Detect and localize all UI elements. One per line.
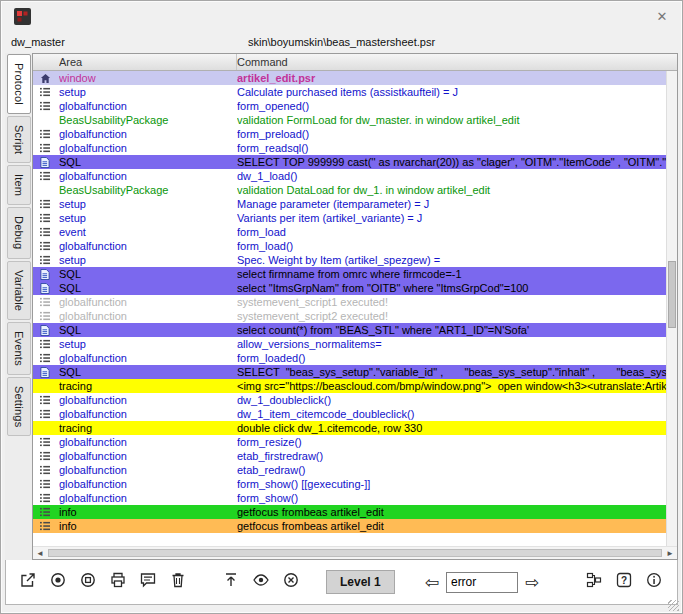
log-row[interactable]: infogetfocus frombeas artikel_edit <box>33 505 666 519</box>
skin-path-label: skin\boyumskin\beas_mastersheet.psr <box>1 36 682 48</box>
record-button[interactable] <box>44 569 71 596</box>
command-column-header[interactable]: Command <box>237 56 677 68</box>
log-row[interactable]: SQLSELECT "beas_sys_setup"."variable_id"… <box>33 365 666 379</box>
sql-icon <box>33 325 59 336</box>
list-icon <box>33 507 59 517</box>
tab-protocol[interactable]: Protocol <box>7 54 31 114</box>
area-cell: globalfunction <box>59 407 237 421</box>
log-row[interactable]: globalfunctionsystemevent_script2 execut… <box>33 309 666 323</box>
area-cell: setup <box>59 337 237 351</box>
log-rows: windowartikel_edit.psrsetupCalculate pur… <box>33 71 666 546</box>
log-row[interactable]: SQLSELECT TOP 999999 cast('' as nvarchar… <box>33 155 666 169</box>
log-row[interactable]: setupallow_versions_normalitems= <box>33 337 666 351</box>
vertical-scrollbar[interactable] <box>666 71 677 546</box>
scroll-right-icon[interactable]: ► <box>663 549 677 558</box>
log-row[interactable]: globalfunctiondw_1_doubleclick() <box>33 393 666 407</box>
info-button[interactable] <box>640 569 667 596</box>
toolbar-mid-group <box>217 569 304 596</box>
comment-button[interactable] <box>134 569 161 596</box>
arrow-left-icon[interactable]: ⇦ <box>425 574 439 591</box>
list-icon <box>33 241 59 251</box>
log-row[interactable]: tracing<img src="https://beascloud.com/b… <box>33 379 666 393</box>
jump-top-button[interactable] <box>217 569 244 596</box>
area-cell: globalfunction <box>59 393 237 407</box>
cancel-button[interactable] <box>277 569 304 596</box>
export-button[interactable] <box>14 569 41 596</box>
tab-settings[interactable]: Settings <box>7 377 31 436</box>
structure-button[interactable] <box>580 569 607 596</box>
trash-icon <box>169 571 187 593</box>
area-column-header[interactable]: Area <box>59 54 237 70</box>
command-cell: etab_redraw() <box>237 463 666 477</box>
log-row[interactable]: globalfunctionform_opened() <box>33 99 666 113</box>
command-cell: double click dw_1.citemcode, row 330 <box>237 421 666 435</box>
tab-label: Item <box>13 174 25 196</box>
log-row[interactable]: windowartikel_edit.psr <box>33 71 666 85</box>
area-cell: BeasUsabilityPackage <box>59 183 237 197</box>
toolbar: Level 1 ⇦ ⇨ ? <box>5 560 678 605</box>
list-icon <box>33 87 59 97</box>
error-search-group: ⇦ ⇨ <box>425 572 540 593</box>
log-row[interactable]: globalfunctionform_load() <box>33 239 666 253</box>
close-button[interactable]: ✕ <box>650 5 674 27</box>
log-row[interactable]: globalfunctionform_readsql() <box>33 141 666 155</box>
command-cell: Variants per item (artikel_variante) = J <box>237 211 666 225</box>
log-row[interactable]: BeasUsabilityPackagevalidation FormLoad … <box>33 113 666 127</box>
log-row[interactable]: setupManage parameter (itemparameter) = … <box>33 197 666 211</box>
log-row[interactable]: globalfunctionform_show() [[gexecuting-]… <box>33 477 666 491</box>
log-row[interactable]: setupVariants per item (artikel_variante… <box>33 211 666 225</box>
tab-item[interactable]: Item <box>7 165 31 205</box>
log-row[interactable]: BeasUsabilityPackagevalidation DataLoad … <box>33 183 666 197</box>
log-row[interactable]: globalfunctionform_preload() <box>33 127 666 141</box>
log-row[interactable]: infogetfocus frombeas artikel_edit <box>33 519 666 533</box>
horizontal-scrollbar-track[interactable] <box>47 547 663 559</box>
command-cell: form_opened() <box>237 99 666 113</box>
error-filter-input[interactable] <box>446 572 518 593</box>
log-row[interactable]: globalfunctionsystemevent_script1 execut… <box>33 295 666 309</box>
log-row[interactable]: globalfunctionform_resize() <box>33 435 666 449</box>
log-row[interactable]: globalfunctiondw_1_item_citemcode_double… <box>33 407 666 421</box>
tab-events[interactable]: Events <box>7 322 31 375</box>
tab-variable[interactable]: Variable <box>7 261 31 320</box>
log-row[interactable]: globalfunctionetab_firstredraw() <box>33 449 666 463</box>
log-row[interactable]: setupSpec. Weight by Item (artikel_spezg… <box>33 253 666 267</box>
horizontal-scrollbar[interactable]: ◄ ► <box>33 546 677 559</box>
tab-debug[interactable]: Debug <box>7 207 31 258</box>
area-cell: globalfunction <box>59 127 237 141</box>
area-cell: globalfunction <box>59 169 237 183</box>
list-icon <box>33 213 59 223</box>
area-cell: SQL <box>59 155 237 169</box>
log-row[interactable]: tracingdouble click dw_1.citemcode, row … <box>33 421 666 435</box>
delete-button[interactable] <box>164 569 191 596</box>
status-bar <box>1 605 682 613</box>
log-row[interactable]: SQLselect count(*) from "BEAS_STL" where… <box>33 323 666 337</box>
vertical-scrollbar-thumb[interactable] <box>668 261 676 328</box>
resize-grip[interactable] <box>668 600 679 611</box>
list-icon <box>33 311 59 321</box>
area-cell: setup <box>59 211 237 225</box>
help-button[interactable]: ? <box>610 569 637 596</box>
log-row[interactable]: SQLselect "ItmsGrpNam" from "OITB" where… <box>33 281 666 295</box>
command-cell: select firmname from omrc where firmcode… <box>237 267 666 281</box>
log-row[interactable]: SQLselect firmname from omrc where firmc… <box>33 267 666 281</box>
watch-button[interactable] <box>247 569 274 596</box>
level-button[interactable]: Level 1 <box>326 570 395 594</box>
titlebar[interactable]: ✕ <box>1 1 682 31</box>
log-row[interactable]: globalfunctionform_loaded() <box>33 351 666 365</box>
print-button[interactable] <box>104 569 131 596</box>
arrow-right-icon[interactable]: ⇨ <box>525 574 539 591</box>
command-cell: artikel_edit.psr <box>237 71 666 85</box>
stop-button[interactable] <box>74 569 101 596</box>
area-cell: tracing <box>59 379 237 393</box>
log-row[interactable]: globalfunctiondw_1_load() <box>33 169 666 183</box>
list-icon <box>33 297 59 307</box>
log-row[interactable]: setupCalculate purchased items (assistka… <box>33 85 666 99</box>
horizontal-scrollbar-thumb[interactable] <box>48 549 662 557</box>
command-cell: dw_1_doubleclick() <box>237 393 666 407</box>
scroll-left-icon[interactable]: ◄ <box>33 549 47 558</box>
log-row[interactable]: globalfunctionform_show() <box>33 491 666 505</box>
log-row[interactable]: eventform_load <box>33 225 666 239</box>
tab-script[interactable]: Script <box>7 116 31 163</box>
log-row[interactable]: globalfunctionetab_redraw() <box>33 463 666 477</box>
area-cell: globalfunction <box>59 309 237 323</box>
